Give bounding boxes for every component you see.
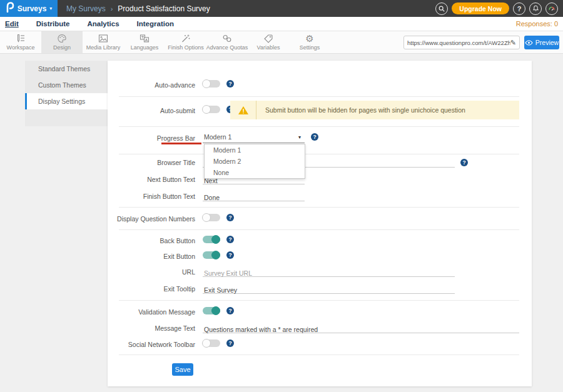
message-text-input[interactable] xyxy=(203,326,519,333)
display-settings-panel: Auto-advance ? Auto-submit ? Submit butt… xyxy=(108,61,532,386)
chevron-down-icon: ▾ xyxy=(49,6,52,11)
tab-edit[interactable]: Edit xyxy=(5,20,19,28)
dropdown-option-none[interactable]: None xyxy=(205,167,305,178)
sidebar-item-custom-themes[interactable]: Custom Themes xyxy=(25,77,108,93)
design-toolbar: Workspace Design Media Library Languages… xyxy=(0,31,563,54)
edit-url-pencil-icon[interactable]: ✎ xyxy=(510,39,516,47)
social-network-toolbar-toggle[interactable] xyxy=(203,339,220,347)
tab-integration[interactable]: Integration xyxy=(137,20,174,28)
survey-url-box: ✎ xyxy=(403,36,520,49)
finish-button-text-field xyxy=(203,191,305,201)
auto-advance-toggle[interactable] xyxy=(203,80,220,88)
exit-tooltip-label: Exit Tooltip xyxy=(108,285,195,293)
translate-icon xyxy=(139,34,150,43)
divider xyxy=(119,354,519,355)
sidebar-filler xyxy=(25,109,108,126)
progress-bar-select[interactable]: Modern 1 ▾ xyxy=(203,132,305,143)
progress-bar-label: Progress Bar xyxy=(108,134,195,142)
gauge-icon xyxy=(548,5,555,13)
display-question-numbers-label: Display Question Numbers xyxy=(108,215,195,223)
back-button-toggle[interactable] xyxy=(203,236,220,243)
breadcrumb-parent-link[interactable]: My Surveys xyxy=(66,4,106,13)
back-button-help-icon[interactable]: ? xyxy=(226,236,234,243)
dropdown-option-modern-2[interactable]: Modern 2 xyxy=(205,156,305,167)
toolbar-finish-options[interactable]: Finish Options xyxy=(165,31,206,53)
search-button[interactable] xyxy=(435,3,448,15)
back-button-label: Back Button xyxy=(108,237,195,244)
sidebar-item-standard-themes[interactable]: Standard Themes xyxy=(25,61,108,77)
survey-nav: Edit Distribute Analytics Integration Re… xyxy=(0,17,563,31)
save-button[interactable]: Save xyxy=(172,363,193,376)
notifications-button[interactable] xyxy=(529,3,542,15)
divider xyxy=(119,229,519,230)
tab-analytics[interactable]: Analytics xyxy=(87,20,119,28)
browser-title-help-icon[interactable]: ? xyxy=(460,159,468,166)
toolbar-design[interactable]: Design xyxy=(41,31,83,53)
divider xyxy=(119,96,519,97)
divider xyxy=(119,300,519,301)
exit-button-help-icon[interactable]: ? xyxy=(226,251,234,259)
divider xyxy=(119,154,519,154)
browser-title-label: Browser Title xyxy=(108,159,195,166)
toolbar-variables[interactable]: Variables xyxy=(248,31,289,53)
message-text-field xyxy=(203,323,519,333)
dropdown-option-modern-1[interactable]: Modern 1 xyxy=(205,144,305,156)
social-network-toolbar-help-icon[interactable]: ? xyxy=(226,339,234,347)
toolbar-media-library[interactable]: Media Library xyxy=(83,31,124,53)
display-question-numbers-toggle[interactable] xyxy=(203,214,220,221)
help-button[interactable]: ? xyxy=(513,3,525,15)
design-palette-icon xyxy=(57,34,67,43)
finish-button-text-label: Finish Button Text xyxy=(108,193,195,200)
validation-message-label: Validation Message xyxy=(108,308,195,316)
breadcrumb-current: Product Satisfaction Survey xyxy=(118,4,210,13)
warning-message: Submit button will be hidden for pages w… xyxy=(256,106,465,114)
design-sidebar: Standard Themes Custom Themes Display Se… xyxy=(25,61,108,126)
chevron-down-icon: ▾ xyxy=(298,134,301,140)
tab-distribute[interactable]: Distribute xyxy=(36,20,70,28)
message-text-label: Message Text xyxy=(108,324,195,332)
exit-tooltip-input[interactable] xyxy=(203,286,455,294)
divider xyxy=(119,126,519,127)
toolbar-settings[interactable]: ⚙ Settings xyxy=(289,31,330,53)
exit-tooltip-field xyxy=(203,284,455,294)
survey-url-input[interactable] xyxy=(407,39,510,46)
tag-icon xyxy=(263,34,273,43)
progress-bar-selected-value: Modern 1 xyxy=(203,132,305,142)
progress-bar-help-icon[interactable]: ? xyxy=(311,133,318,141)
media-image-icon xyxy=(98,34,108,43)
product-switcher[interactable]: Surveys ▾ xyxy=(0,0,58,17)
breadcrumb: My Surveys › Product Satisfaction Survey xyxy=(66,4,210,13)
top-header-bar: Surveys ▾ My Surveys › Product Satisfact… xyxy=(0,0,563,17)
auto-submit-toggle[interactable] xyxy=(203,106,220,113)
exit-url-label: URL xyxy=(108,268,195,276)
bell-icon xyxy=(532,5,539,12)
exit-button-toggle[interactable] xyxy=(203,251,220,259)
preview-button[interactable]: Preview xyxy=(524,36,559,49)
toolbar-languages[interactable]: Languages xyxy=(124,31,165,53)
warning-banner: Submit button will be hidden for pages w… xyxy=(230,101,519,119)
exit-url-input[interactable] xyxy=(203,269,455,277)
search-icon xyxy=(438,5,445,13)
brand-label: Surveys xyxy=(18,4,47,13)
auto-submit-label: Auto-submit xyxy=(108,107,195,114)
usage-meter-button[interactable] xyxy=(545,3,558,15)
eye-icon xyxy=(525,40,533,46)
warning-triangle-icon xyxy=(238,106,249,115)
responses-count[interactable]: Responses: 0 xyxy=(516,20,558,28)
gear-icon: ⚙ xyxy=(305,34,313,43)
auto-advance-label: Auto-advance xyxy=(108,81,195,89)
workspace-icon xyxy=(16,34,26,43)
validation-message-toggle[interactable] xyxy=(203,307,220,314)
exit-button-label: Exit Button xyxy=(108,253,195,260)
auto-advance-help-icon[interactable]: ? xyxy=(226,80,234,88)
upgrade-button[interactable]: Upgrade Now xyxy=(452,3,509,14)
display-question-numbers-help-icon[interactable]: ? xyxy=(226,214,234,221)
validation-message-help-icon[interactable]: ? xyxy=(226,307,234,314)
toolbar-advance-quotas[interactable]: Advance Quotas xyxy=(206,31,248,53)
next-button-text-label: Next Button Text xyxy=(108,176,195,183)
finish-button-text-input[interactable] xyxy=(203,194,305,201)
toolbar-workspace[interactable]: Workspace xyxy=(0,31,41,53)
sidebar-item-display-settings[interactable]: Display Settings xyxy=(25,93,108,109)
progress-bar-dropdown: Modern 1 Modern 2 None xyxy=(204,144,305,179)
chain-links-icon xyxy=(222,34,232,43)
